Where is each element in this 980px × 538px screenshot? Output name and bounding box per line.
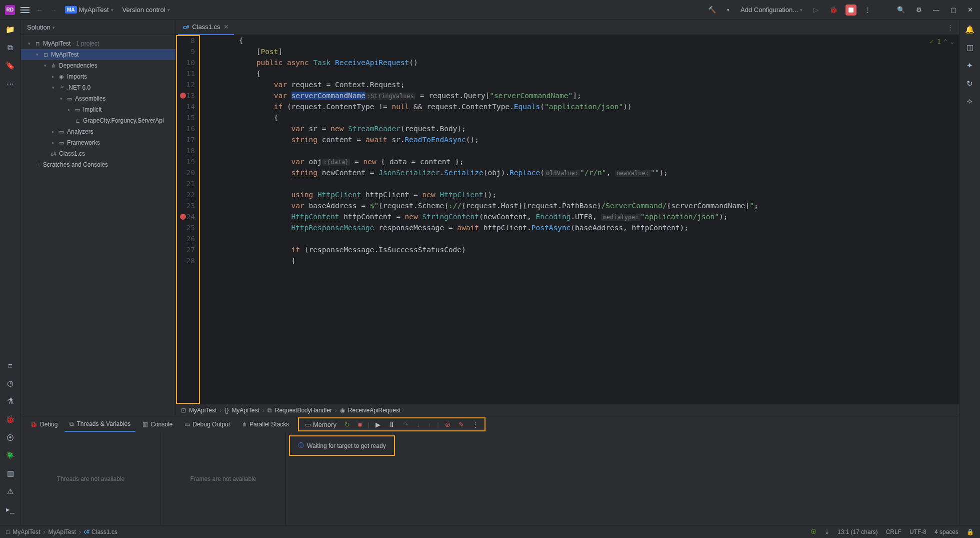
chevron-down-icon: ▾ xyxy=(111,8,114,13)
app-logo: RD xyxy=(4,4,16,16)
rail-structure-icon[interactable]: ⧉ xyxy=(5,42,16,53)
code-view[interactable]: { [Post] public async Task ReceiveApiReq… xyxy=(200,35,959,404)
right-tool-rail: 🔔 ◫ ✦ ↻ ✧ xyxy=(959,20,980,525)
build-button[interactable]: 🔨 xyxy=(705,6,719,14)
gutter[interactable]: 8910111213141516171819202122232425262728 xyxy=(176,35,200,404)
sb-p1[interactable]: MyApiTest xyxy=(12,528,40,535)
statusbar: □ MyApiTest › MyApiTest › c# Class1.cs ⦿… xyxy=(0,525,980,538)
rail-terminal-icon[interactable]: ▸_ xyxy=(5,504,16,515)
dtab-memory[interactable]: ▭ Memory xyxy=(303,421,338,428)
tree-item[interactable]: ▸▭Frameworks xyxy=(21,137,176,148)
rail-more-icon[interactable]: ⋯ xyxy=(5,78,16,89)
rail-folder-icon[interactable]: 📁 xyxy=(5,24,16,35)
tree-item[interactable]: ▾⋔Dependencies xyxy=(21,60,176,71)
rail-dots-icon[interactable]: ⦿ xyxy=(5,432,16,443)
crumb-project[interactable]: MyApiTest xyxy=(189,407,216,414)
hamburger-menu[interactable] xyxy=(19,4,31,16)
tree-item[interactable]: c#Class1.cs xyxy=(21,148,176,159)
sb-p3[interactable]: Class1.cs xyxy=(92,528,118,535)
settings-icon[interactable]: ⚙ xyxy=(913,6,925,14)
stepout-icon[interactable]: ↑ xyxy=(426,421,434,428)
more-button[interactable]: ⋮ xyxy=(862,6,874,14)
csproj-icon: ⊡ xyxy=(181,407,186,414)
close-tab-icon[interactable]: ✕ xyxy=(224,23,229,31)
sb-eol[interactable]: CRLF xyxy=(886,528,902,535)
debug-toolbar: ▭ Memory ↻ ■ | ▶ ⏸ ↷ ↓ ↑ | ⊘ ✎ ⋮ xyxy=(298,417,485,431)
sb-pos[interactable]: 13:1 (17 chars) xyxy=(838,528,878,535)
stepover-icon[interactable]: ↷ xyxy=(401,421,410,428)
solution-panel: Solution ▾ ▾⊓MyApiTest· 1 project▾⊡MyApi… xyxy=(21,20,176,416)
run-button[interactable]: ▷ xyxy=(810,6,822,14)
dtab-threads[interactable]: ⧉Threads & Variables xyxy=(64,417,136,432)
rail-warn-icon[interactable]: ⚠ xyxy=(5,486,16,497)
tree-item[interactable]: ▾⊓MyApiTest· 1 project xyxy=(21,38,176,49)
rail-spark-icon[interactable]: ✧ xyxy=(964,96,976,107)
dtab-debug[interactable]: 🐞Debug xyxy=(25,417,62,432)
info-icon: ⓘ xyxy=(298,441,304,450)
rail-ai-icon[interactable]: ✦ xyxy=(964,60,976,71)
version-control[interactable]: Version control ▾ xyxy=(120,6,173,14)
sb-indent[interactable]: 4 spaces xyxy=(934,528,958,535)
dt-more-icon[interactable]: ⋮ xyxy=(470,421,480,428)
sb-p2[interactable]: MyApiTest xyxy=(48,528,76,535)
dtab-output[interactable]: ▭Debug Output xyxy=(180,417,235,432)
rail-notifications-icon[interactable]: 🔔 xyxy=(964,24,976,35)
tree-item[interactable]: ▸▭Analyzers xyxy=(21,126,176,137)
rail-db2-icon[interactable]: ◫ xyxy=(964,42,976,53)
pause-icon[interactable]: ⏸ xyxy=(386,421,397,428)
disable-bp-icon[interactable]: ⊘ xyxy=(443,421,452,428)
tree-item[interactable]: ▾·ᴺ.NET 6.0 xyxy=(21,82,176,93)
nav-fwd[interactable]: → xyxy=(48,6,59,14)
rail-db-icon[interactable]: ▥ xyxy=(5,468,16,479)
run-config[interactable]: Add Configuration... ▾ xyxy=(738,6,806,14)
nav-back[interactable]: ← xyxy=(34,6,45,14)
tab-class1[interactable]: c# Class1.cs ✕ xyxy=(178,20,234,35)
tree-item[interactable]: ▾⊡MyApiTest xyxy=(21,49,176,60)
sb-download-icon[interactable]: ⇣ xyxy=(824,528,830,535)
rail-bug-icon[interactable]: 🐞 xyxy=(5,414,16,425)
tree-item[interactable]: ▸◉Imports xyxy=(21,71,176,82)
crumb-ns[interactable]: MyApiTest xyxy=(232,407,259,414)
tabs-more-icon[interactable]: ⋮ xyxy=(942,24,959,31)
breakpoint-icon[interactable] xyxy=(180,93,186,99)
tab-label: Class1.cs xyxy=(192,23,220,31)
resume-icon[interactable]: ▶ xyxy=(374,421,382,428)
search-icon[interactable]: 🔍 xyxy=(894,6,908,14)
project-selector[interactable]: MA MyApiTest ▾ xyxy=(62,6,116,14)
inspection-widget[interactable]: ✓ 1 ⌃⌄ xyxy=(930,38,954,45)
minimize-button[interactable]: ― xyxy=(930,6,942,14)
rail-test-icon[interactable]: ⚗ xyxy=(5,396,16,407)
stop-icon[interactable]: ■ xyxy=(356,421,364,428)
editor-body[interactable]: ✓ 1 ⌃⌄ 891011121314151617181920212223242… xyxy=(176,35,959,404)
tree-item[interactable]: ▸▭Implicit xyxy=(21,104,176,115)
sb-lock-icon[interactable]: 🔒 xyxy=(966,528,974,535)
dtab-console[interactable]: ▥Console xyxy=(138,417,178,432)
sb-enc[interactable]: UTF-8 xyxy=(910,528,926,535)
mute-bp-icon[interactable]: ✎ xyxy=(456,421,466,428)
rerun-icon[interactable]: ↻ xyxy=(342,421,352,428)
tree-item[interactable]: ⊏GrapeCity.Forguncy.ServerApi xyxy=(21,115,176,126)
left-tool-rail: 📁 ⧉ 🔖 ⋯ ≡ ◷ ⚗ 🐞 ⦿ 🪲 ▥ ⚠ ▸_ xyxy=(0,20,21,525)
debug-button[interactable]: 🐞 xyxy=(826,6,840,14)
rail-debug-active-icon[interactable]: 🪲 xyxy=(5,450,16,461)
build-dropdown[interactable]: ▾ xyxy=(724,8,732,13)
sb-status-icon[interactable]: ⦿ xyxy=(810,528,816,535)
editor-area: c# Class1.cs ✕ ⋮ ✓ 1 ⌃⌄ 8910111213141516… xyxy=(176,20,959,416)
stop-button[interactable] xyxy=(846,5,856,16)
crumb-class[interactable]: RequestBodyHandler xyxy=(275,407,332,414)
rail-todo-icon[interactable]: ≡ xyxy=(5,360,16,371)
editor-tabs: c# Class1.cs ✕ ⋮ xyxy=(176,20,959,35)
stepinto-icon[interactable]: ↓ xyxy=(414,421,422,428)
csharp-icon: c# xyxy=(183,24,189,30)
dtab-stacks[interactable]: ⋔Parallel Stacks xyxy=(237,417,294,432)
breakpoint-icon[interactable] xyxy=(180,214,186,220)
crumb-method[interactable]: ReceiveApiRequest xyxy=(348,407,400,414)
tree-item[interactable]: ▾▭Assemblies xyxy=(21,93,176,104)
rail-reload-icon[interactable]: ↻ xyxy=(964,78,976,89)
tree-item[interactable]: ≡Scratches and Consoles xyxy=(21,159,176,170)
rail-bookmarks-icon[interactable]: 🔖 xyxy=(5,60,16,71)
solution-header[interactable]: Solution ▾ xyxy=(21,20,176,35)
close-button[interactable]: ✕ xyxy=(964,6,976,14)
rail-clock-icon[interactable]: ◷ xyxy=(5,378,16,389)
maximize-button[interactable]: ▢ xyxy=(948,6,960,14)
